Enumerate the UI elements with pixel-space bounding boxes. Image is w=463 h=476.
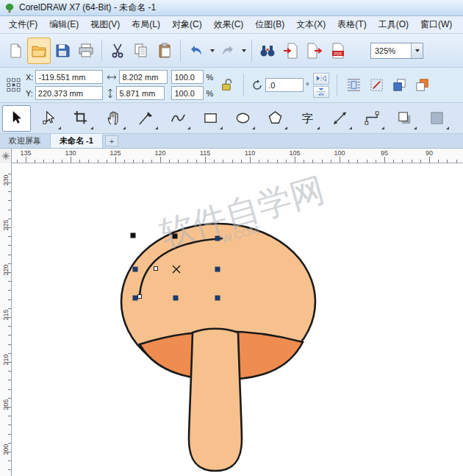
selection-handle[interactable] — [215, 296, 220, 301]
y-position-input[interactable]: 220.373 mm — [35, 86, 103, 100]
search-content-button[interactable] — [256, 38, 279, 64]
flyout-indicator — [155, 127, 158, 129]
drawing-page[interactable]: 软件自学网 W.COM — [12, 163, 463, 476]
flyout-indicator — [252, 127, 255, 129]
save-button[interactable] — [51, 38, 74, 64]
undo-dropdown[interactable] — [208, 38, 216, 64]
mushroom-stem[interactable] — [189, 329, 242, 471]
pan-tool[interactable] — [99, 105, 128, 132]
paste-button[interactable] — [153, 38, 176, 64]
title-bar[interactable]: CorelDRAW X7 (64-Bit) - 未命名 -1 — [0, 0, 463, 16]
object-width-input[interactable]: 8.202 mm — [119, 70, 168, 84]
scale-x-input[interactable]: 100.0 — [171, 70, 204, 84]
redo-dropdown[interactable] — [240, 38, 248, 64]
selection-handle[interactable] — [173, 234, 178, 239]
lock-icon — [219, 77, 234, 93]
shape-tool[interactable] — [35, 105, 63, 132]
flyout-indicator — [414, 127, 417, 129]
outline-width-button[interactable] — [367, 72, 387, 99]
toolbar-separator — [251, 40, 252, 62]
to-front-of-layer-button[interactable] — [390, 72, 409, 99]
ruler-origin-corner[interactable] — [0, 149, 12, 163]
menu-item[interactable]: 工具(O) — [373, 16, 414, 33]
flyout-indicator — [317, 127, 320, 129]
zoom-level-combobox[interactable]: 325% — [370, 43, 423, 59]
selection-handle[interactable] — [215, 267, 220, 272]
zoom-dropdown-button[interactable] — [411, 43, 423, 58]
connector-tool-icon — [364, 110, 381, 127]
pick-tool[interactable] — [2, 105, 31, 132]
selection-handle[interactable] — [215, 236, 220, 241]
tab-welcome-screen[interactable]: 欢迎屏幕 — [0, 134, 51, 148]
rotation-angle-input[interactable]: .0 — [265, 78, 304, 92]
import-button[interactable] — [279, 38, 303, 64]
connector-tool[interactable] — [358, 105, 387, 132]
mirror-vertical-button[interactable] — [313, 86, 329, 98]
horizontal-ruler[interactable]: 1351301251201151101051009590 — [0, 149, 463, 163]
polygon-tool-icon — [267, 110, 284, 127]
text-tool[interactable]: 字 — [293, 105, 322, 132]
publish-pdf-button[interactable]: PDF — [326, 38, 350, 64]
new-document-button[interactable] — [4, 38, 27, 64]
flyout-indicator — [446, 127, 449, 129]
selection-handle[interactable] — [131, 233, 136, 238]
lock-ratio-button[interactable] — [217, 72, 236, 99]
toolbar-separator — [101, 40, 102, 62]
curve-node[interactable] — [154, 267, 158, 271]
drop-shadow-icon — [396, 110, 413, 127]
menu-item[interactable]: 表格(T) — [331, 16, 372, 33]
menu-item[interactable]: 视图(V) — [85, 16, 126, 33]
wrap-text-button[interactable] — [345, 72, 364, 99]
open-folder-icon — [30, 42, 48, 60]
drawing-canvas[interactable]: 230225220215210205200 软件自学网 W.COM — [0, 163, 463, 476]
x-label: X: — [26, 73, 33, 82]
new-tab-button[interactable]: + — [105, 135, 118, 146]
standard-toolbar: PDF 325% — [0, 34, 463, 68]
menu-item[interactable]: 效果(C) — [208, 16, 250, 33]
polygon-tool[interactable] — [261, 105, 290, 132]
transparency-tool[interactable] — [423, 105, 451, 132]
dimension-tool[interactable] — [326, 105, 354, 132]
tab-untitled-document[interactable]: 未命名 -1 — [51, 134, 103, 148]
menu-item[interactable]: 对象(C) — [166, 16, 208, 33]
curve-node[interactable] — [138, 295, 142, 299]
menu-item[interactable]: 布局(L) — [126, 16, 166, 33]
x-position-input[interactable]: -119.551 mm — [35, 70, 103, 84]
mirror-horizontal-button[interactable] — [313, 73, 329, 85]
undo-button[interactable] — [184, 38, 208, 64]
menu-item[interactable]: 文件(F) — [3, 16, 43, 33]
object-height-input[interactable]: 5.871 mm — [116, 86, 165, 100]
print-button[interactable] — [74, 38, 98, 64]
selection-handle[interactable] — [133, 267, 138, 272]
export-button[interactable] — [303, 38, 326, 64]
ellipse-tool-icon — [234, 110, 251, 127]
selection-handle[interactable] — [173, 296, 179, 301]
flyout-indicator — [381, 127, 384, 129]
transparency-icon — [428, 110, 445, 127]
vertical-ruler[interactable]: 230225220215210205200 — [0, 163, 12, 476]
rectangle-tool[interactable] — [196, 105, 225, 132]
cut-button[interactable] — [106, 38, 129, 64]
chevron-down-icon — [210, 49, 215, 52]
rectangle-tool-icon — [202, 110, 219, 127]
undo-icon — [187, 42, 205, 60]
copy-button[interactable] — [129, 38, 153, 64]
mirror-horizontal-icon — [315, 74, 327, 82]
object-origin-grid-icon[interactable] — [4, 71, 22, 99]
menu-item[interactable]: 文本(X) — [290, 16, 331, 33]
menu-item[interactable]: 编辑(E) — [43, 16, 85, 33]
redo-button[interactable] — [216, 38, 240, 64]
print-icon — [77, 42, 95, 60]
menu-item[interactable]: 窗口(W) — [414, 16, 458, 33]
freehand-tool[interactable] — [132, 105, 160, 132]
selection-handle[interactable] — [133, 296, 138, 301]
ellipse-tool[interactable] — [229, 105, 257, 132]
to-front-icon — [392, 77, 407, 93]
open-button[interactable] — [27, 38, 51, 64]
menu-item[interactable]: 位图(B) — [249, 16, 290, 33]
scale-y-input[interactable]: 100.0 — [171, 86, 204, 100]
crop-tool[interactable] — [67, 105, 96, 132]
to-back-of-layer-button[interactable] — [413, 72, 432, 99]
drop-shadow-tool[interactable] — [390, 105, 419, 132]
artistic-media-tool[interactable] — [164, 105, 193, 132]
